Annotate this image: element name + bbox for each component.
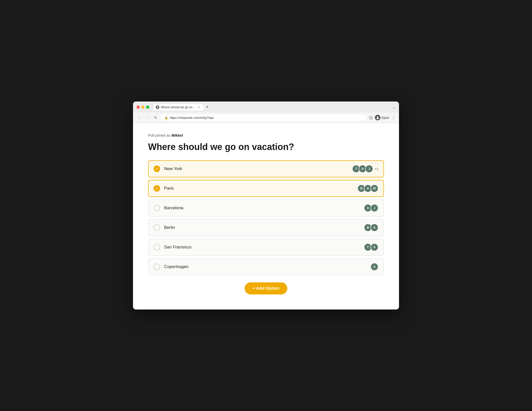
voter-avatars-copenhagen: A bbox=[370, 263, 378, 271]
option-label-barcelona: Barcelona bbox=[164, 205, 364, 211]
browser-window: Where should we go on vacati… × + ⌄ ← → … bbox=[133, 101, 399, 310]
voter-avatars-new-york: T A J +1 bbox=[352, 165, 378, 173]
profile-button[interactable]: Gjest bbox=[375, 115, 389, 120]
forward-button[interactable]: → bbox=[145, 115, 151, 120]
avatar: J bbox=[370, 204, 378, 212]
add-option-wrapper: + Add Option bbox=[148, 282, 384, 294]
poll-user: Mikkel bbox=[171, 133, 183, 137]
toolbar-right: ⊡ Gjest ⋮ bbox=[369, 115, 395, 120]
option-radio-san-fransisco bbox=[154, 244, 160, 250]
browser-menu-button[interactable]: ⋮ bbox=[391, 115, 395, 120]
url-text: https://ninjavote.com/nt3p7wja bbox=[170, 116, 214, 120]
option-label-paris: Paris bbox=[164, 186, 357, 191]
checkmark-icon: ✓ bbox=[155, 167, 158, 171]
new-tab-button[interactable]: + bbox=[205, 104, 210, 110]
add-option-button[interactable]: + Add Option bbox=[245, 282, 288, 294]
poll-joined-text: Poll joined as Mikkel bbox=[148, 133, 384, 137]
profile-name: Gjest bbox=[381, 116, 389, 120]
title-bar: Where should we go on vacati… × + ⌄ bbox=[133, 101, 399, 113]
traffic-lights bbox=[137, 106, 149, 109]
voter-avatars-berlin: B A bbox=[364, 224, 378, 232]
page-content: Poll joined as Mikkel Where should we go… bbox=[133, 123, 399, 310]
avatar-extra-count: +1 bbox=[375, 167, 378, 171]
profile-icon bbox=[375, 115, 380, 120]
option-label-copenhagen: Copenhagen bbox=[164, 264, 370, 269]
tab-close-button[interactable]: × bbox=[198, 106, 200, 109]
avatar: M bbox=[370, 184, 378, 192]
tab-title: Where should we go on vacati… bbox=[161, 106, 196, 109]
option-copenhagen[interactable]: Copenhagen A bbox=[148, 258, 384, 275]
checkmark-icon: ✓ bbox=[155, 186, 158, 190]
lock-icon: 🔒 bbox=[164, 116, 168, 119]
maximize-button[interactable] bbox=[146, 106, 149, 109]
option-san-fransisco[interactable]: San Fransisco T A bbox=[148, 239, 384, 256]
option-label-san-fransisco: San Fransisco bbox=[164, 245, 364, 250]
avatar: J bbox=[365, 165, 373, 173]
tab-favicon bbox=[156, 106, 159, 109]
option-barcelona[interactable]: Barcelona A J bbox=[148, 199, 384, 217]
voter-avatars-san-fransisco: T A bbox=[364, 243, 378, 251]
voter-avatars-paris: B A M bbox=[357, 184, 378, 192]
minimize-button[interactable] bbox=[141, 106, 145, 109]
svg-point-1 bbox=[377, 116, 378, 118]
option-label-new-york: New York bbox=[164, 166, 352, 171]
back-button[interactable]: ← bbox=[137, 115, 142, 120]
options-list: ✓ New York T A J +1 ✓ Paris bbox=[148, 160, 384, 275]
avatar: A bbox=[370, 243, 378, 251]
avatar: A bbox=[370, 263, 378, 271]
avatar: A bbox=[370, 224, 378, 232]
window-icon[interactable]: ⊡ bbox=[369, 115, 372, 120]
option-radio-berlin bbox=[154, 224, 160, 231]
chevron-down-icon[interactable]: ⌄ bbox=[393, 105, 395, 109]
option-berlin[interactable]: Berlin B A bbox=[148, 219, 384, 236]
option-radio-paris: ✓ bbox=[154, 185, 160, 192]
option-radio-new-york: ✓ bbox=[154, 166, 160, 172]
tabs-row: Where should we go on vacati… × + ⌄ bbox=[153, 104, 395, 111]
voter-avatars-barcelona: A J bbox=[364, 204, 378, 212]
poll-question: Where should we go on vacation? bbox=[148, 141, 384, 152]
active-tab[interactable]: Where should we go on vacati… × bbox=[153, 104, 204, 111]
svg-point-0 bbox=[157, 107, 158, 108]
option-radio-copenhagen bbox=[154, 264, 160, 270]
option-radio-barcelona bbox=[154, 205, 160, 211]
close-button[interactable] bbox=[137, 106, 140, 109]
option-new-york[interactable]: ✓ New York T A J +1 bbox=[148, 160, 384, 177]
option-paris[interactable]: ✓ Paris B A M bbox=[148, 180, 384, 197]
address-bar: ← → ↻ 🔒 https://ninjavote.com/nt3p7wja ⊡… bbox=[133, 113, 399, 123]
url-bar[interactable]: 🔒 https://ninjavote.com/nt3p7wja bbox=[161, 115, 367, 121]
option-label-berlin: Berlin bbox=[164, 225, 364, 230]
reload-button[interactable]: ↻ bbox=[153, 115, 158, 120]
